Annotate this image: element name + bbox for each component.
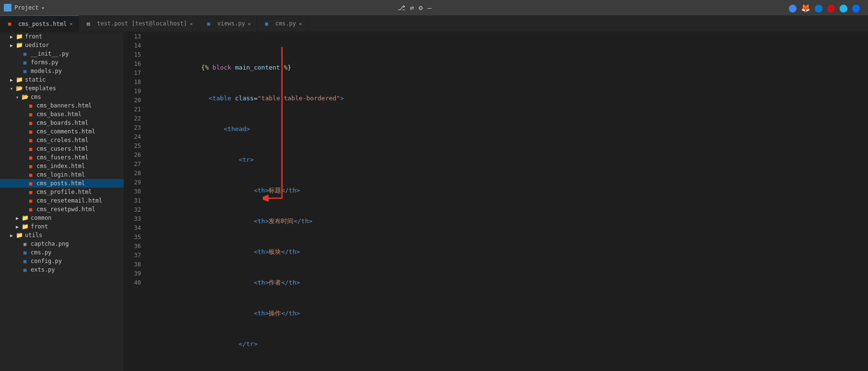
tab-close-cms-posts[interactable]: ✕ — [70, 21, 72, 26]
sidebar-item-front-templates[interactable]: ▶ 📁 front — [0, 222, 124, 231]
sidebar-item-cms-login[interactable]: ■ cms_login.html — [0, 170, 124, 179]
tab-close-views-py[interactable]: ✕ — [248, 21, 251, 26]
line-num-26: 26 — [128, 151, 141, 160]
sidebar-item-cms-fusers[interactable]: ■ cms_fusers.html — [0, 153, 124, 162]
firefox-icon[interactable]: 🦊 — [801, 3, 810, 12]
sidebar-item-cms-py[interactable]: ■ cms.py — [0, 248, 124, 257]
code-line-14: <table class="table table-bordered"> — [149, 84, 868, 94]
sidebar-item-models-py[interactable]: ■ models.py — [0, 67, 124, 75]
sidebar-item-cms-posts[interactable]: ■ cms_posts.html — [0, 179, 124, 188]
folder-icon: 📁 — [15, 34, 23, 40]
spacer — [19, 103, 27, 108]
sidebar-item-exts-py[interactable]: ■ exts.py — [0, 265, 124, 274]
sidebar-item-init-py[interactable]: ■ __init__.py — [0, 49, 124, 58]
chrome-icon[interactable]: ⬤ — [788, 3, 797, 12]
line-num-20: 20 — [128, 96, 141, 105]
sidebar-label-cms-profile: cms_profile.html — [36, 189, 92, 195]
spacer — [19, 138, 27, 143]
html-icon: ■ — [27, 146, 35, 152]
project-label[interactable]: Project — [14, 4, 39, 11]
sidebar-item-ueditor[interactable]: ▶ 📁 ueditor — [0, 41, 124, 49]
sidebar-label-ueditor: ueditor — [25, 42, 49, 48]
sidebar-label-forms-py: forms.py — [31, 59, 59, 66]
settings-icon[interactable]: ⚙ — [419, 4, 422, 12]
arrow-icon: ▶ — [8, 34, 15, 39]
tab-icon-db: ▤ — [84, 21, 92, 27]
py-icon: ■ — [21, 258, 29, 264]
sidebar-item-cms-index[interactable]: ■ cms_index.html — [0, 162, 124, 170]
dropdown-icon[interactable]: ▾ — [42, 5, 45, 11]
line-num-40: 40 — [128, 278, 141, 287]
sidebar-item-config-py[interactable]: ■ config.py — [0, 257, 124, 265]
html-icon: ■ — [27, 206, 35, 213]
sidebar-item-captcha-png[interactable]: ▣ captcha.png — [0, 239, 124, 248]
line-num-14: 14 — [128, 41, 141, 50]
line-num-28: 28 — [128, 169, 141, 178]
line-num-23: 23 — [128, 123, 141, 132]
tab-close-cms-py[interactable]: ✕ — [299, 21, 302, 26]
transfer-icon[interactable]: ⇄ — [410, 4, 414, 12]
editor-scroll[interactable]: 13 14 15 16 17 18 19 20 21 22 23 24 25 2… — [124, 32, 868, 371]
sidebar-item-utils[interactable]: ▶ 📁 utils — [0, 231, 124, 239]
sidebar-label-exts-py: exts.py — [31, 266, 55, 273]
sidebar-label-cms-fusers: cms_fusers.html — [36, 154, 88, 161]
tab-label-test-post: test.post [test@localhost] — [97, 20, 187, 27]
arrow-icon: ▶ — [13, 224, 21, 229]
sidebar-label-cms-cusers: cms_cusers.html — [36, 145, 88, 152]
code-content[interactable]: {% block main_content %} <table class="t… — [147, 32, 868, 371]
editor-area[interactable]: 13 14 15 16 17 18 19 20 21 22 23 24 25 2… — [124, 32, 868, 371]
line-num-38: 38 — [128, 260, 141, 269]
sidebar-item-cms-resetpwd[interactable]: ■ cms_resetpwd.html — [0, 205, 124, 214]
tab-test-post[interactable]: ▤ test.post [test@localhost] ✕ — [79, 15, 199, 32]
spacer — [19, 190, 27, 195]
sidebar-item-static[interactable]: ▶ 📁 static — [0, 75, 124, 84]
sidebar-item-cms-profile[interactable]: ■ cms_profile.html — [0, 188, 124, 196]
spacer — [19, 129, 27, 134]
py-icon: ■ — [21, 68, 29, 74]
browser-icons: ⬤ 🦊 ⬤ ⬤ ⬤ ⬤ — [785, 3, 864, 12]
sidebar-item-templates[interactable]: ▾ 📂 templates — [0, 84, 124, 93]
line-num-37: 37 — [128, 251, 141, 260]
sidebar-item-cms-folder[interactable]: ▾ 📂 cms — [0, 93, 124, 101]
arrow-icon: ▶ — [8, 77, 15, 83]
tab-cms-posts[interactable]: ■ cms_posts.html ✕ — [0, 15, 79, 32]
edge-icon[interactable]: ⬤ — [814, 3, 823, 12]
line-num-33: 33 — [128, 215, 141, 224]
tab-cms-py[interactable]: ■ cms.py ✕ — [257, 15, 308, 32]
code-line-19: <th>板块</th> — [149, 238, 868, 247]
folder-icon: 📁 — [21, 224, 29, 230]
py-icon: ■ — [21, 267, 29, 273]
sidebar-item-front-root[interactable]: ▶ 📁 front — [0, 32, 124, 41]
spacer — [19, 112, 27, 117]
sidebar-item-cms-base[interactable]: ■ cms_base.html — [0, 110, 124, 119]
sidebar-item-forms-py[interactable]: ■ forms.py — [0, 58, 124, 67]
folder-open-icon: 📂 — [15, 85, 23, 92]
sidebar-item-cms-cusers[interactable]: ■ cms_cusers.html — [0, 144, 124, 153]
line-num-21: 21 — [128, 105, 141, 114]
safari-icon[interactable]: ⬤ — [852, 3, 860, 12]
code-line-22: </tr> — [149, 330, 868, 339]
line-num-30: 30 — [128, 187, 141, 196]
sidebar-item-cms-boards[interactable]: ■ cms_boards.html — [0, 119, 124, 127]
code-line-20: <th>作者</th> — [149, 269, 868, 278]
minimize-icon[interactable]: — — [428, 4, 432, 12]
ie-icon[interactable]: ⬤ — [839, 3, 848, 12]
opera-icon[interactable]: ⬤ — [827, 3, 835, 12]
tab-views-py[interactable]: ■ views.py ✕ — [199, 15, 257, 32]
arrow-icon: ▾ — [13, 95, 21, 100]
spacer — [13, 60, 21, 65]
sidebar-item-cms-comments[interactable]: ■ cms_comments.html — [0, 127, 124, 136]
line-num-39: 39 — [128, 269, 141, 278]
sidebar-item-cms-banners[interactable]: ■ cms_banners.html — [0, 101, 124, 110]
line-num-17: 17 — [128, 69, 141, 78]
tab-close-test-post[interactable]: ✕ — [190, 21, 193, 26]
sidebar-label-cms-resetpwd: cms_resetpwd.html — [36, 206, 95, 213]
line-num-35: 35 — [128, 233, 141, 242]
spacer — [19, 181, 27, 186]
sidebar-item-common[interactable]: ▶ 📁 common — [0, 214, 124, 222]
folder-icon: 📁 — [15, 77, 23, 83]
sidebar-item-cms-croles[interactable]: ■ cms_croles.html — [0, 136, 124, 144]
branch-icon[interactable]: ⎇ — [398, 4, 405, 12]
sidebar-item-cms-resetemail[interactable]: ■ cms_resetemail.html — [0, 196, 124, 205]
arrow-icon: ▶ — [8, 43, 15, 48]
